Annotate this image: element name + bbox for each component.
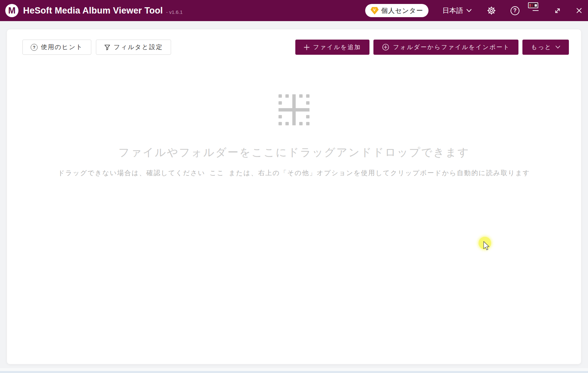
chevron-down-icon bbox=[466, 9, 472, 13]
dropzone-main-text: ファイルやフォルダーをここにドラッグアンドドロップできます bbox=[118, 145, 470, 160]
pip-dot bbox=[535, 4, 537, 7]
drop-zone[interactable]: ファイルやフォルダーをここにドラッグアンドドロップできます ドラッグできない場合… bbox=[7, 55, 581, 177]
filter-settings-label: フィルタと設定 bbox=[114, 43, 163, 51]
help-button[interactable]: ? bbox=[511, 6, 519, 15]
drop-zone-icon bbox=[279, 94, 309, 125]
vip-gem-icon: V bbox=[370, 7, 379, 15]
usage-tips-button[interactable]: ? 使用のヒント bbox=[22, 40, 91, 55]
app-title: HeSoft Media Album Viewer Tool bbox=[23, 6, 163, 16]
gear-icon bbox=[487, 6, 496, 15]
pip-preview-icon bbox=[528, 2, 538, 8]
content-card: ? 使用のヒント フィルタと設定 ファイルを追加 bbox=[7, 29, 581, 364]
dropzone-sub-text: ドラッグできない場合は、確認してくださいここまたは、右上の「その他」オプションを… bbox=[58, 169, 530, 177]
cursor-arrow-icon bbox=[483, 241, 489, 250]
link-here[interactable]: ここ bbox=[210, 169, 224, 176]
import-folder-button[interactable]: フォルダーからファイルをインポート bbox=[373, 40, 518, 55]
language-label: 日本語 bbox=[442, 6, 463, 15]
question-glyph: ? bbox=[33, 45, 36, 50]
dropzone-sub-before: ドラッグできない場合は、確認してください bbox=[58, 169, 205, 176]
close-button[interactable] bbox=[573, 3, 585, 18]
toolbar-left-group: ? 使用のヒント フィルタと設定 bbox=[22, 40, 171, 55]
more-button[interactable]: もっと bbox=[522, 40, 569, 55]
pip-stripe bbox=[529, 4, 531, 7]
app-version: - v1.6.1 bbox=[166, 6, 183, 15]
help-icon: ? bbox=[511, 6, 519, 15]
language-selector[interactable]: 日本語 bbox=[442, 6, 472, 15]
import-folder-label: フォルダーからファイルをインポート bbox=[393, 43, 510, 51]
window-controls bbox=[529, 0, 585, 21]
personal-center-button[interactable]: V 個人センター bbox=[365, 4, 428, 17]
pip-stripe bbox=[532, 4, 533, 7]
personal-center-label: 個人センター bbox=[381, 6, 423, 15]
close-icon bbox=[576, 7, 582, 14]
app-logo-icon: M bbox=[5, 4, 18, 17]
dropzone-sub-after: または、右上の「その他」オプションを使用してクリップボードから自動的に読み取りま… bbox=[229, 169, 530, 176]
filter-settings-button[interactable]: フィルタと設定 bbox=[96, 40, 171, 55]
add-files-label: ファイルを追加 bbox=[313, 43, 361, 51]
filter-icon bbox=[104, 44, 110, 50]
window-bottom-fade bbox=[0, 368, 588, 371]
add-files-button[interactable]: ファイルを追加 bbox=[295, 40, 370, 55]
app-window: M HeSoft Media Album Viewer Tool - v1.6.… bbox=[0, 0, 588, 373]
resize-diagonal-icon bbox=[554, 7, 561, 14]
gem-letter: V bbox=[373, 8, 376, 12]
minimize-icon bbox=[533, 10, 539, 11]
logo-letter: M bbox=[8, 6, 16, 16]
toolbar-right-group: ファイルを追加 フォルダーからファイルをインポート もっと bbox=[295, 40, 569, 55]
plus-icon bbox=[304, 45, 309, 50]
window-bottom-edge bbox=[0, 371, 588, 373]
question-circle-icon: ? bbox=[31, 44, 38, 51]
help-glyph: ? bbox=[514, 8, 517, 14]
resize-button[interactable] bbox=[551, 3, 564, 18]
toolbar: ? 使用のヒント フィルタと設定 ファイルを追加 bbox=[7, 29, 581, 55]
settings-button[interactable] bbox=[487, 6, 496, 15]
title-bar: M HeSoft Media Album Viewer Tool - v1.6.… bbox=[0, 0, 588, 21]
plus-circle-icon bbox=[382, 44, 389, 51]
chevron-down-icon bbox=[555, 46, 560, 49]
usage-tips-label: 使用のヒント bbox=[41, 43, 83, 51]
more-label: もっと bbox=[531, 43, 552, 51]
